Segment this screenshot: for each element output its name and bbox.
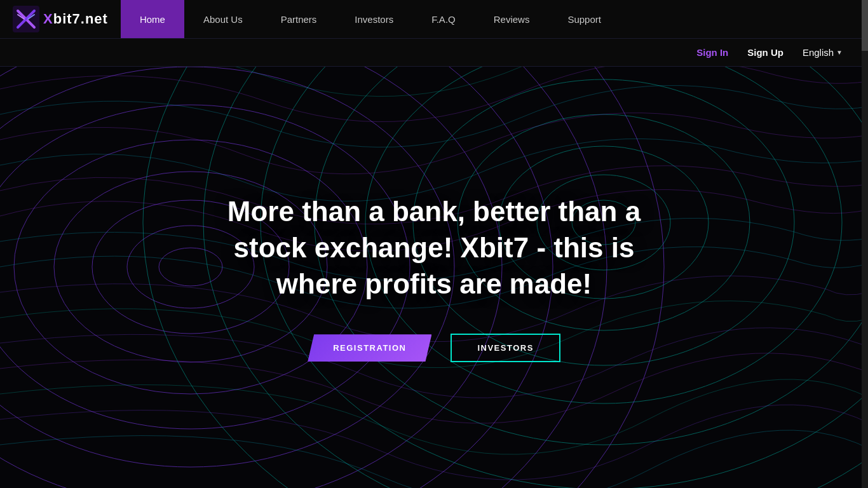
scrollbar[interactable] [862, 0, 868, 488]
navbar: Xbit7.net Home About Us Partners Investo… [0, 0, 868, 67]
nav-top: Xbit7.net Home About Us Partners Investo… [0, 0, 868, 38]
hero-title: More than a bank, better than a stock ex… [205, 193, 663, 302]
sign-up-link[interactable]: Sign Up [747, 47, 783, 58]
logo-prefix: X [43, 11, 53, 27]
registration-button[interactable]: REGISTRATION [308, 334, 431, 362]
nav-link-support[interactable]: Support [548, 0, 620, 38]
logo[interactable]: Xbit7.net [13, 6, 108, 32]
nav-link-partners[interactable]: Partners [262, 0, 336, 38]
nav-links: Home About Us Partners Investors F.A.Q R… [121, 0, 855, 38]
sign-in-link[interactable]: Sign In [696, 47, 728, 58]
hero-buttons: REGISTRATION INVESTORS [308, 334, 560, 362]
nav-link-investors[interactable]: Investors [336, 0, 412, 38]
chevron-down-icon: ▼ [836, 49, 843, 56]
logo-text: Xbit7.net [43, 11, 108, 27]
logo-name: bit7.net [53, 11, 108, 27]
nav-link-reviews[interactable]: Reviews [475, 0, 549, 38]
hero-section: More than a bank, better than a stock ex… [0, 67, 868, 488]
language-selector[interactable]: English ▼ [803, 47, 843, 58]
nav-link-home[interactable]: Home [121, 0, 184, 38]
nav-link-faq[interactable]: F.A.Q [412, 0, 475, 38]
nav-bottom: Sign In Sign Up English ▼ [0, 38, 868, 66]
logo-icon [13, 6, 39, 32]
investors-button[interactable]: INVESTORS [451, 334, 560, 362]
nav-link-about[interactable]: About Us [184, 0, 262, 38]
language-label: English [803, 47, 834, 58]
scrollbar-thumb[interactable] [862, 0, 868, 51]
